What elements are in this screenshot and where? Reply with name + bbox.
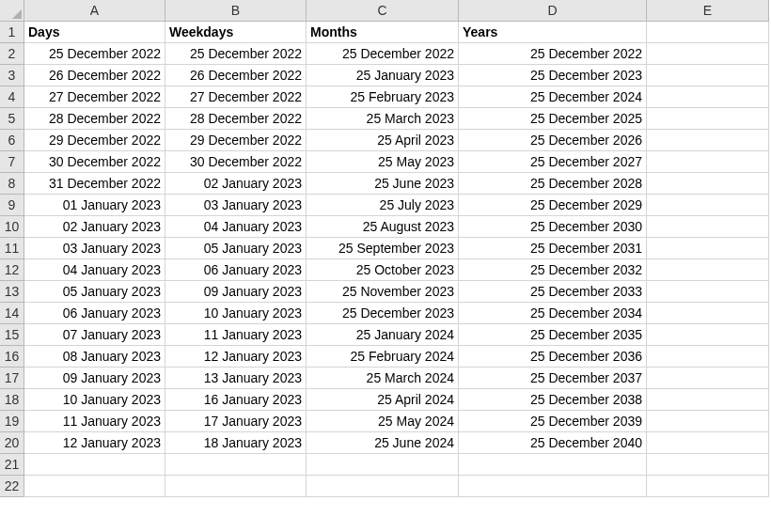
cell-B19[interactable]: 17 January 2023: [165, 411, 307, 432]
cell-C13[interactable]: 25 November 2023: [307, 281, 459, 303]
cell-A2[interactable]: 25 December 2022: [24, 43, 165, 65]
row-header-1[interactable]: 1: [0, 22, 24, 43]
cell-B4[interactable]: 27 December 2022: [165, 86, 307, 108]
cell-E21[interactable]: [647, 454, 769, 476]
cell-E13[interactable]: [647, 281, 769, 303]
cell-D7[interactable]: 25 December 2027: [459, 151, 647, 173]
cell-E4[interactable]: [647, 86, 769, 108]
cell-A14[interactable]: 06 January 2023: [24, 303, 165, 324]
cell-C4[interactable]: 25 February 2023: [307, 86, 459, 108]
row-header-14[interactable]: 14: [0, 303, 24, 324]
cell-D13[interactable]: 25 December 2033: [459, 281, 647, 303]
cell-B14[interactable]: 10 January 2023: [165, 303, 307, 324]
cell-C16[interactable]: 25 February 2024: [307, 346, 459, 368]
cell-B15[interactable]: 11 January 2023: [165, 324, 307, 346]
cell-B3[interactable]: 26 December 2022: [165, 65, 307, 86]
row-header-4[interactable]: 4: [0, 86, 24, 108]
row-header-3[interactable]: 3: [0, 65, 24, 86]
cell-D22[interactable]: [459, 476, 647, 497]
cell-B17[interactable]: 13 January 2023: [165, 368, 307, 389]
cell-B18[interactable]: 16 January 2023: [165, 389, 307, 411]
cell-E3[interactable]: [647, 65, 769, 86]
cell-E12[interactable]: [647, 259, 769, 281]
cell-A1[interactable]: Days: [24, 22, 165, 43]
cell-B22[interactable]: [165, 476, 307, 497]
cell-A7[interactable]: 30 December 2022: [24, 151, 165, 173]
cell-A13[interactable]: 05 January 2023: [24, 281, 165, 303]
cell-A18[interactable]: 10 January 2023: [24, 389, 165, 411]
cell-A11[interactable]: 03 January 2023: [24, 238, 165, 259]
cell-C2[interactable]: 25 December 2022: [307, 43, 459, 65]
col-header-D[interactable]: D: [459, 0, 647, 22]
cell-D1[interactable]: Years: [459, 22, 647, 43]
cell-D19[interactable]: 25 December 2039: [459, 411, 647, 432]
cell-D8[interactable]: 25 December 2028: [459, 173, 647, 195]
row-header-11[interactable]: 11: [0, 238, 24, 259]
row-header-15[interactable]: 15: [0, 324, 24, 346]
cell-A20[interactable]: 12 January 2023: [24, 432, 165, 454]
row-header-7[interactable]: 7: [0, 151, 24, 173]
cell-D21[interactable]: [459, 454, 647, 476]
cell-C21[interactable]: [307, 454, 459, 476]
cell-D9[interactable]: 25 December 2029: [459, 195, 647, 216]
cell-D10[interactable]: 25 December 2030: [459, 216, 647, 238]
col-header-A[interactable]: A: [24, 0, 165, 22]
row-header-20[interactable]: 20: [0, 432, 24, 454]
cell-E11[interactable]: [647, 238, 769, 259]
col-header-B[interactable]: B: [165, 0, 307, 22]
cell-E7[interactable]: [647, 151, 769, 173]
cell-D5[interactable]: 25 December 2025: [459, 108, 647, 130]
cell-B6[interactable]: 29 December 2022: [165, 130, 307, 151]
row-header-17[interactable]: 17: [0, 368, 24, 389]
cell-B2[interactable]: 25 December 2022: [165, 43, 307, 65]
cell-E9[interactable]: [647, 195, 769, 216]
cell-C18[interactable]: 25 April 2024: [307, 389, 459, 411]
cell-E22[interactable]: [647, 476, 769, 497]
select-all-corner[interactable]: [0, 0, 24, 22]
cell-C8[interactable]: 25 June 2023: [307, 173, 459, 195]
cell-E10[interactable]: [647, 216, 769, 238]
cell-C20[interactable]: 25 June 2024: [307, 432, 459, 454]
cell-E15[interactable]: [647, 324, 769, 346]
cell-B7[interactable]: 30 December 2022: [165, 151, 307, 173]
cell-E14[interactable]: [647, 303, 769, 324]
row-header-2[interactable]: 2: [0, 43, 24, 65]
cell-B8[interactable]: 02 January 2023: [165, 173, 307, 195]
row-header-13[interactable]: 13: [0, 281, 24, 303]
cell-A16[interactable]: 08 January 2023: [24, 346, 165, 368]
cell-B13[interactable]: 09 January 2023: [165, 281, 307, 303]
cell-C15[interactable]: 25 January 2024: [307, 324, 459, 346]
cell-A5[interactable]: 28 December 2022: [24, 108, 165, 130]
cell-E5[interactable]: [647, 108, 769, 130]
cell-A21[interactable]: [24, 454, 165, 476]
cell-B11[interactable]: 05 January 2023: [165, 238, 307, 259]
cell-C14[interactable]: 25 December 2023: [307, 303, 459, 324]
cell-A4[interactable]: 27 December 2022: [24, 86, 165, 108]
cell-D4[interactable]: 25 December 2024: [459, 86, 647, 108]
cell-C12[interactable]: 25 October 2023: [307, 259, 459, 281]
row-header-8[interactable]: 8: [0, 173, 24, 195]
cell-D3[interactable]: 25 December 2023: [459, 65, 647, 86]
cell-D14[interactable]: 25 December 2034: [459, 303, 647, 324]
cell-C11[interactable]: 25 September 2023: [307, 238, 459, 259]
cell-A3[interactable]: 26 December 2022: [24, 65, 165, 86]
cell-C19[interactable]: 25 May 2024: [307, 411, 459, 432]
cell-A15[interactable]: 07 January 2023: [24, 324, 165, 346]
cell-C7[interactable]: 25 May 2023: [307, 151, 459, 173]
cell-C5[interactable]: 25 March 2023: [307, 108, 459, 130]
cell-A22[interactable]: [24, 476, 165, 497]
cell-A8[interactable]: 31 December 2022: [24, 173, 165, 195]
cell-D2[interactable]: 25 December 2022: [459, 43, 647, 65]
cell-C9[interactable]: 25 July 2023: [307, 195, 459, 216]
row-header-21[interactable]: 21: [0, 454, 24, 476]
cell-C6[interactable]: 25 April 2023: [307, 130, 459, 151]
cell-A12[interactable]: 04 January 2023: [24, 259, 165, 281]
row-header-10[interactable]: 10: [0, 216, 24, 238]
cell-E6[interactable]: [647, 130, 769, 151]
spreadsheet-grid[interactable]: ABCDE1DaysWeekdaysMonthsYears225 Decembe…: [0, 0, 771, 497]
cell-B21[interactable]: [165, 454, 307, 476]
cell-C22[interactable]: [307, 476, 459, 497]
cell-E8[interactable]: [647, 173, 769, 195]
cell-E16[interactable]: [647, 346, 769, 368]
cell-B20[interactable]: 18 January 2023: [165, 432, 307, 454]
